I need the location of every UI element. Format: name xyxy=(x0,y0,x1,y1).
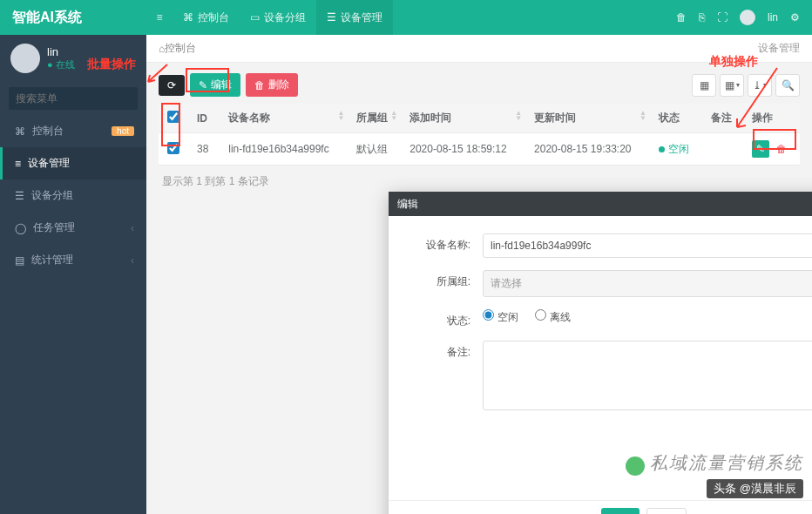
col-id[interactable]: ID xyxy=(188,104,220,133)
select-group[interactable]: 请选择 xyxy=(483,270,812,297)
cell-ops: ✎ 🗑 xyxy=(743,133,800,166)
label-group: 所属组: xyxy=(415,270,483,289)
breadcrumb: ⌂ 控制台 设备管理 xyxy=(146,35,812,63)
stats-icon: ▤ xyxy=(15,254,24,267)
nav-label: 设备分组 xyxy=(264,10,306,25)
nav-group[interactable]: ▭设备分组 xyxy=(240,0,316,35)
nav-label: 控制台 xyxy=(198,10,229,25)
refresh-button[interactable]: ⟳ xyxy=(159,75,185,96)
sidebar-search[interactable]: 🔍 xyxy=(9,87,138,110)
copy-icon[interactable]: ⎘ xyxy=(699,11,705,24)
hot-badge: hot xyxy=(112,126,134,136)
sidebar-item-label: 控制台 xyxy=(32,124,105,139)
sidebar-user: lin ● 在线 xyxy=(0,35,146,82)
chevron-left-icon: ‹ xyxy=(131,254,134,267)
radio-offline[interactable] xyxy=(535,309,546,321)
toolbar: ⟳ ✎编辑 🗑删除 ▦ ▦▾ ⤓▾ 🔍 xyxy=(159,73,800,97)
avatar-large-icon xyxy=(10,44,40,73)
username-label[interactable]: lin xyxy=(768,11,778,24)
top-icons: 🗑 ⎘ ⛶ lin ⚙ xyxy=(676,10,812,25)
edit-label: 编辑 xyxy=(211,78,232,92)
sidebar-item-dashboard[interactable]: ⌘控制台hot xyxy=(0,115,146,147)
refresh-icon: ⟳ xyxy=(167,79,176,91)
reset-button[interactable]: 重置 xyxy=(646,508,687,514)
cell-id: 38 xyxy=(188,133,220,166)
col-created[interactable]: 添加时间▲▼ xyxy=(401,104,525,133)
cell-status: 空闲 xyxy=(650,133,702,166)
edit-button[interactable]: ✎编辑 xyxy=(190,73,240,97)
home-icon: ⌂ xyxy=(159,43,165,55)
watermark: 私域流量营销系统 头条 @漠晨非辰 xyxy=(626,451,803,498)
status-dot-icon xyxy=(659,146,665,152)
row-checkbox[interactable] xyxy=(167,142,179,154)
delete-label: 删除 xyxy=(268,78,289,92)
settings-icon[interactable]: ⚙ xyxy=(790,11,800,24)
search-input[interactable] xyxy=(16,92,146,105)
nav-label: 设备管理 xyxy=(341,10,382,25)
chevron-left-icon: ‹ xyxy=(131,222,134,234)
group-icon: ☰ xyxy=(15,190,24,202)
label-status: 状态: xyxy=(415,309,483,328)
sidebar-item-task[interactable]: ◯任务管理‹ xyxy=(0,212,146,244)
user-status: ● 在线 xyxy=(47,58,75,71)
trash-icon: 🗑 xyxy=(254,79,265,91)
watermark-line2: 头条 @漠晨非辰 xyxy=(707,479,803,498)
label-note: 备注: xyxy=(415,341,483,360)
row-edit-button[interactable]: ✎ xyxy=(752,140,769,158)
trash-icon[interactable]: 🗑 xyxy=(676,11,687,24)
radio-idle[interactable] xyxy=(483,309,494,321)
watermark-line1: 私域流量营销系统 xyxy=(650,453,803,472)
label-name: 设备名称: xyxy=(415,233,483,253)
device-icon: ≡ xyxy=(15,158,21,170)
input-device-name[interactable] xyxy=(483,233,812,258)
top-bar: 智能AI系统 ≡ ⌘控制台 ▭设备分组 ☰设备管理 🗑 ⎘ ⛶ lin ⚙ xyxy=(0,0,812,35)
col-updated[interactable]: 更新时间▲▼ xyxy=(525,104,650,133)
select-all-checkbox[interactable] xyxy=(167,111,179,123)
sidebar-item-label: 设备分组 xyxy=(31,188,134,203)
sidebar-item-label: 设备管理 xyxy=(28,156,134,171)
radio-offline-label: 离线 xyxy=(550,311,571,323)
crumb-current[interactable]: 设备管理 xyxy=(758,41,800,56)
wechat-icon xyxy=(626,457,645,476)
table-search-button[interactable]: 🔍 xyxy=(775,74,800,97)
export-button[interactable]: ⤓▾ xyxy=(748,74,772,97)
dashboard-icon: ⌘ xyxy=(15,125,25,138)
cell-name: lin-fd19e16b34a999fc xyxy=(220,133,348,166)
sidebar-item-label: 任务管理 xyxy=(33,220,124,235)
col-group[interactable]: 所属组▲▼ xyxy=(348,104,401,133)
textarea-note[interactable] xyxy=(483,341,812,410)
sidebar-item-label: 统计管理 xyxy=(31,253,124,267)
task-icon: ◯ xyxy=(15,222,26,234)
col-name[interactable]: 设备名称▲▼ xyxy=(220,104,348,133)
top-nav: ⌘控制台 ▭设备分组 ☰设备管理 xyxy=(173,0,393,35)
sidebar-item-group[interactable]: ☰设备分组 xyxy=(0,179,146,212)
col-status[interactable]: 状态 xyxy=(650,104,702,133)
crumb-home[interactable]: 控制台 xyxy=(165,41,196,56)
sidebar-item-stats[interactable]: ▤统计管理‹ xyxy=(0,244,146,276)
user-name: lin xyxy=(47,45,75,58)
modal-header[interactable]: 编辑 — □ ✕ xyxy=(389,192,812,216)
grid-view-button[interactable]: ▦▾ xyxy=(720,74,744,97)
radio-idle-label: 空闲 xyxy=(497,311,518,323)
col-op: 操作 xyxy=(743,104,800,133)
cell-group: 默认组 xyxy=(348,133,401,166)
device-table: ID 设备名称▲▼ 所属组▲▼ 添加时间▲▼ 更新时间▲▼ 状态 备注 操作 3… xyxy=(159,104,800,166)
delete-button[interactable]: 🗑删除 xyxy=(246,73,298,97)
nav-dashboard[interactable]: ⌘控制台 xyxy=(173,0,240,35)
group-icon: ▭ xyxy=(250,11,260,24)
fullscreen-icon[interactable]: ⛶ xyxy=(717,11,727,24)
brand-title: 智能AI系统 xyxy=(0,9,146,27)
sidebar-item-device[interactable]: ≡设备管理 xyxy=(0,147,146,179)
cell-updated: 2020-08-15 19:33:20 xyxy=(525,133,650,166)
card-view-button[interactable]: ▦ xyxy=(692,74,716,97)
sidebar-menu: ⌘控制台hot ≡设备管理 ☰设备分组 ◯任务管理‹ ▤统计管理‹ xyxy=(0,115,146,276)
cell-created: 2020-08-15 18:59:12 xyxy=(401,133,525,166)
col-note[interactable]: 备注 xyxy=(702,104,744,133)
row-delete-button[interactable]: 🗑 xyxy=(776,143,787,155)
modal-title: 编辑 xyxy=(397,197,812,212)
nav-device[interactable]: ☰设备管理 xyxy=(316,0,393,35)
modal-footer: 确定 重置 xyxy=(389,500,812,514)
hamburger-icon[interactable]: ≡ xyxy=(146,11,173,24)
avatar-icon[interactable] xyxy=(740,10,755,25)
confirm-button[interactable]: 确定 xyxy=(601,508,639,514)
